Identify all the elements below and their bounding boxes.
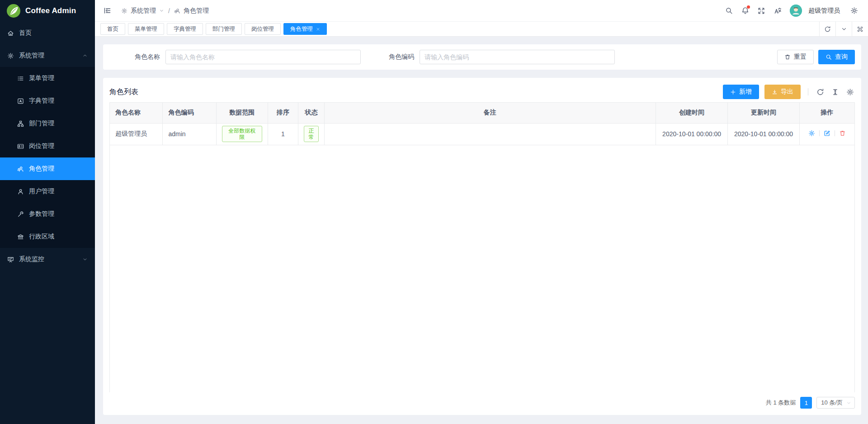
tab-label: 岗位管理 [251,25,274,33]
add-button-label: 新增 [739,88,752,96]
tab-dictionary-management[interactable]: 字典管理 [167,23,203,35]
top-header: 系统管理 / 角色管理 超级管理员 [95,0,868,22]
menu-list-icon [17,75,24,82]
tab-label: 字典管理 [174,25,196,33]
id-card-icon [17,143,24,150]
tab-menu-management[interactable]: 菜单管理 [128,23,164,35]
action-divider [835,130,835,136]
user-name[interactable]: 超级管理员 [808,7,840,15]
tab-label: 部门管理 [212,25,235,33]
reset-button-label: 重置 [794,53,807,61]
col-role-code: 角色编码 [163,103,217,123]
cell-data-scope: 全部数据权限 [217,123,268,145]
sidebar-item-label: 岗位管理 [29,142,88,150]
close-icon[interactable] [316,27,320,31]
sidebar-item-label: 首页 [19,29,88,37]
sidebar-item-department-management[interactable]: 部门管理 [0,112,95,135]
cell-sort: 1 [268,123,298,145]
breadcrumb-item[interactable]: 系统管理 [131,7,156,15]
user-avatar[interactable] [790,5,802,17]
sidebar-item-parameter-management[interactable]: 参数管理 [0,203,95,225]
role-name-label: 角色名称 [135,53,160,61]
row-permission-settings-icon[interactable] [808,130,815,137]
sidebar-item-user-management[interactable]: 用户管理 [0,180,95,203]
col-role-name: 角色名称 [110,103,163,123]
search-icon[interactable] [722,4,736,18]
app-title: Coffee Admin [25,6,76,15]
chevron-down-icon[interactable] [159,8,164,13]
tab-role-management[interactable]: 角色管理 [283,23,327,35]
sidebar-item-home[interactable]: 首页 [0,22,95,44]
sidebar-item-post-management[interactable]: 岗位管理 [0,135,95,157]
tab-post-management[interactable]: 岗位管理 [245,23,281,35]
table-row: 超级管理员 admin 全部数据权限 1 正常 2020-10-01 00:00… [110,123,854,145]
tab-department-management[interactable]: 部门管理 [206,23,242,35]
home-icon [7,30,14,37]
action-divider [819,130,820,136]
role-list-card: 角色列表 新增 导出 [103,78,861,415]
cell-updated-at: 2020-10-01 00:00:00 [728,123,799,145]
col-status: 状态 [298,103,325,123]
translate-icon[interactable] [771,4,784,18]
role-code-field: 角色编码 [389,50,615,64]
sidebar: Coffee Admin 首页 系统管理 菜单管理 字典管理 部门管理 [0,0,95,424]
sidebar-item-role-management[interactable]: 角色管理 [0,157,95,180]
bell-icon[interactable] [738,4,752,18]
query-button[interactable]: 查询 [818,50,855,64]
col-actions: 操作 [799,103,854,123]
tab-home[interactable]: 首页 [100,23,125,35]
chevron-up-icon [82,53,88,58]
role-icon [174,8,180,14]
role-name-input[interactable] [165,50,361,64]
data-scope-tag: 全部数据权限 [222,126,262,143]
refresh-icon[interactable] [816,87,825,97]
card-toolbar: 新增 导出 [723,85,855,99]
sidebar-item-administrative-region[interactable]: 行政区域 [0,225,95,248]
open-tabs: 首页 菜单管理 字典管理 部门管理 岗位管理 角色管理 [100,22,819,36]
row-height-icon[interactable] [830,87,840,97]
sidebar-item-system-monitor[interactable]: 系统监控 [0,248,95,271]
add-button[interactable]: 新增 [723,85,759,99]
refresh-tab-icon[interactable] [819,22,835,36]
sidebar-item-dictionary-management[interactable]: 字典管理 [0,90,95,112]
sidebar-item-label: 部门管理 [29,119,88,128]
reset-button[interactable]: 重置 [777,50,814,64]
fullscreen-icon[interactable] [755,4,768,18]
notification-dot [747,5,750,9]
sidebar-item-menu-management[interactable]: 菜单管理 [0,67,95,90]
app-logo[interactable]: Coffee Admin [0,0,95,22]
settings-icon[interactable] [847,4,861,18]
menu-fold-icon[interactable] [100,4,114,18]
cell-role-code: admin [163,123,217,145]
cell-role-name: 超级管理员 [110,123,163,145]
edit-icon[interactable] [824,130,830,137]
column-settings-icon[interactable] [845,87,855,97]
sidebar-item-label: 用户管理 [29,187,88,195]
breadcrumb-item-current: 角色管理 [184,7,209,15]
maximize-icon[interactable] [852,22,868,36]
delete-icon[interactable] [839,130,846,137]
sidebar-item-label: 参数管理 [29,210,88,218]
page-size-value: 10 条/页 [821,399,843,407]
export-button[interactable]: 导出 [764,85,801,99]
card-header: 角色列表 新增 导出 [109,81,855,102]
system-management-submenu: 菜单管理 字典管理 部门管理 岗位管理 角色管理 用户管理 [0,67,95,248]
page-size-select[interactable]: 10 条/页 [816,397,855,409]
role-code-input[interactable] [420,50,615,64]
sidebar-item-system-management[interactable]: 系统管理 [0,44,95,67]
cell-actions [799,123,854,145]
bank-icon [17,233,24,240]
gear-icon [7,52,14,59]
topbar-actions: 超级管理员 [722,4,861,18]
dictionary-icon [17,98,24,105]
wrench-icon [17,211,24,218]
pagination-bar: 共 1 条数据 1 10 条/页 [109,395,855,410]
cell-remark [324,123,656,145]
tab-bar: 首页 菜单管理 字典管理 部门管理 岗位管理 角色管理 [95,22,868,37]
page-number-1[interactable]: 1 [800,397,812,409]
tab-options-chevron-icon[interactable] [835,22,852,36]
tab-label: 角色管理 [290,25,313,33]
breadcrumb: 系统管理 / 角色管理 [121,7,209,15]
col-updated-at: 更新时间 [728,103,799,123]
export-button-label: 导出 [781,88,793,96]
